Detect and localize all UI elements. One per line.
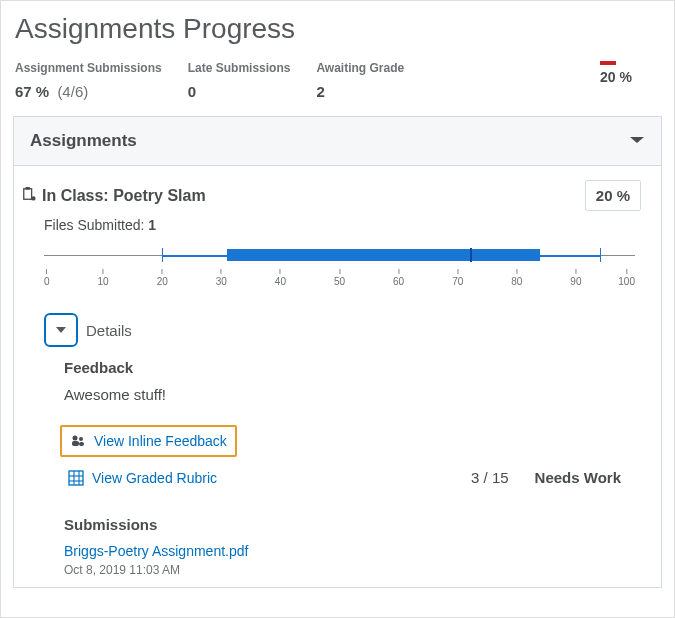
tick-label: 20 <box>157 269 168 287</box>
panel-header[interactable]: Assignments <box>14 116 661 166</box>
stat-late: Late Submissions 0 <box>188 61 291 100</box>
people-icon <box>70 433 86 449</box>
assignment-block: In Class: Poetry Slam 20 % Files Submitt… <box>14 166 661 587</box>
chevron-down-icon <box>629 132 645 150</box>
stats-row: Assignment Submissions 67 % (4/6) Late S… <box>1 55 674 116</box>
sparkline: 20 % <box>600 61 660 85</box>
sparkline-value: 20 % <box>600 69 632 85</box>
stat-label: Assignment Submissions <box>15 61 162 75</box>
tick-label: 70 <box>452 269 463 287</box>
feedback-text: Awesome stuff! <box>64 386 627 403</box>
details-content: Feedback Awesome stuff! View Inline Feed… <box>22 359 645 577</box>
submissions-pct: 67 % <box>15 83 49 100</box>
svg-rect-0 <box>24 188 32 199</box>
stat-value: 2 <box>316 83 404 100</box>
files-submitted: Files Submitted: 1 <box>22 211 645 239</box>
inline-feedback-label: View Inline Feedback <box>94 433 227 449</box>
svg-rect-7 <box>69 471 83 485</box>
tick-label: 90 <box>570 269 581 287</box>
tick-label: 80 <box>511 269 522 287</box>
assignment-icon <box>22 187 36 205</box>
stat-value: 67 % (4/6) <box>15 83 162 100</box>
svg-rect-5 <box>72 441 79 446</box>
stat-label: Late Submissions <box>188 61 291 75</box>
submissions-frac: (4/6) <box>57 83 88 100</box>
svg-point-3 <box>73 436 78 441</box>
svg-rect-6 <box>79 442 84 446</box>
feedback-heading: Feedback <box>64 359 627 376</box>
boxplot-chart: 0102030405060708090100 <box>22 239 645 295</box>
stat-label: Awaiting Grade <box>316 61 404 75</box>
tick-label: 0 <box>44 269 50 287</box>
svg-rect-1 <box>26 187 30 190</box>
assignment-title-text: In Class: Poetry Slam <box>42 187 206 205</box>
assignments-panel: Assignments In Class: Poetry Slam 20 % F… <box>13 116 662 588</box>
tick-label: 40 <box>275 269 286 287</box>
details-label: Details <box>86 322 132 339</box>
tick-label: 10 <box>98 269 109 287</box>
submission-file-link[interactable]: Briggs-Poetry Assignment.pdf <box>64 543 627 559</box>
spark-bar-icon <box>600 61 616 65</box>
tick-label: 50 <box>334 269 345 287</box>
stat-value: 0 <box>188 83 291 100</box>
stat-awaiting: Awaiting Grade 2 <box>316 61 404 100</box>
submission-timestamp: Oct 8, 2019 11:03 AM <box>64 563 627 577</box>
svg-point-2 <box>31 196 35 200</box>
score-badge: 20 % <box>585 180 641 211</box>
assignment-title: In Class: Poetry Slam <box>22 187 206 205</box>
view-inline-feedback-link[interactable]: View Inline Feedback <box>60 425 237 457</box>
submissions-heading: Submissions <box>64 516 627 533</box>
svg-point-4 <box>79 437 83 441</box>
files-count: 1 <box>148 217 156 233</box>
page-title: Assignments Progress <box>1 1 674 55</box>
submissions-section: Submissions Briggs-Poetry Assignment.pdf… <box>64 510 627 577</box>
stat-submissions: Assignment Submissions 67 % (4/6) <box>15 61 162 100</box>
tick-label: 60 <box>393 269 404 287</box>
tick-label: 100 <box>618 269 635 287</box>
panel-header-title: Assignments <box>30 131 137 151</box>
files-label: Files Submitted: <box>44 217 144 233</box>
tick-label: 30 <box>216 269 227 287</box>
details-toggle-button[interactable] <box>44 313 78 347</box>
rubric-level: Needs Work <box>535 469 627 486</box>
rubric-icon <box>68 470 84 486</box>
view-graded-rubric-link[interactable]: View Graded Rubric <box>92 470 217 486</box>
rubric-score: 3 / 15 <box>471 469 527 486</box>
